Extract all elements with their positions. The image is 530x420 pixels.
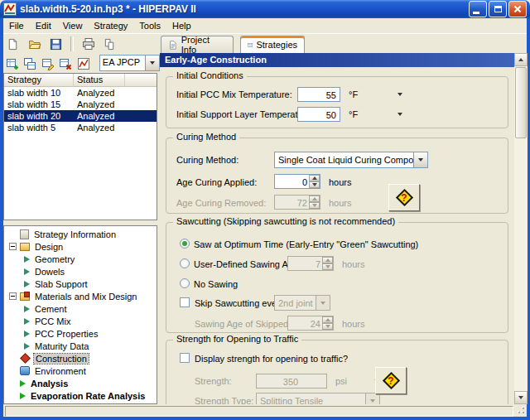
question-mark-icon: ? [401,193,407,203]
add-strategy-button[interactable] [3,55,22,73]
design-icon [20,243,30,251]
skipped-age-value: 24 [288,316,322,330]
main-toolbar: Project Info Strategies [3,33,527,54]
tree-item-strategy-information[interactable]: Strategy Information [4,228,157,240]
skip-sawcutting-checkbox[interactable] [180,297,190,307]
menu-help[interactable]: Help [166,19,197,32]
saw-optimum-label[interactable]: Saw at Optimum Time (Early-Entry "Green"… [194,239,418,249]
display-strength-label[interactable]: Display strength for opening to traffic? [195,354,348,364]
strategy-status: Analyzed [74,87,157,99]
user-defined-unit: hours [342,259,365,269]
save-project-button[interactable] [46,35,65,53]
menu-strategy[interactable]: Strategy [88,19,133,32]
user-defined-radio[interactable] [180,258,190,268]
pcc-temp-unit-dropdown[interactable] [395,89,405,99]
new-project-button[interactable] [3,35,22,53]
combo-dropdown-button [365,393,379,404]
open-project-button[interactable] [25,35,44,53]
tab-strategies[interactable]: Strategies [240,36,305,53]
age-removed-spinner: 72 [274,195,320,210]
tree-item-analysis[interactable]: Analysis [4,377,157,389]
chevron-down-icon [398,93,402,96]
strategy-status: Analyzed [74,122,157,133]
environment-icon [20,366,30,375]
tree-item-dowels[interactable]: Dowels [4,265,157,278]
column-header-strategy[interactable]: Strategy [4,74,74,87]
combo-dropdown-button[interactable] [413,152,427,167]
collapse-expander-icon[interactable] [9,243,17,250]
tree-item-label: Analysis [29,379,70,389]
display-strength-checkbox[interactable] [180,353,190,363]
strategy-type-combo[interactable]: EA JPCP [99,55,160,71]
analysis-chart-icon [77,57,90,70]
tree-item-evaporation-rate[interactable]: Evaporation Rate Analysis [4,389,157,402]
spin-down-button[interactable] [309,181,320,188]
tree-item-materials[interactable]: Materials and Mix Design [4,290,157,302]
tree-item-cement[interactable]: Cement [4,302,157,315]
title-bar: slab.width.5-20.in.hp3 * - HIPERPAV II [0,0,530,18]
no-sawing-radio[interactable] [180,278,190,288]
pcc-temp-input[interactable]: 55 [297,87,340,102]
scrollbar-thumb[interactable] [515,67,527,138]
scroll-up-button[interactable] [514,53,528,66]
strategy-status: Analyzed [74,110,157,122]
group-title: Curing Method [173,132,239,142]
saw-optimum-radio[interactable] [180,239,190,249]
run-analysis-button[interactable] [75,55,93,73]
tree-item-pcc-mix[interactable]: PCC Mix [4,315,157,327]
menu-edit[interactable]: Edit [30,19,57,32]
delete-strategy-button[interactable] [57,55,75,73]
minimize-button[interactable] [469,1,487,17]
menu-tools[interactable]: Tools [133,19,166,32]
spin-down-button [322,263,333,270]
tree-item-pcc-properties[interactable]: PCC Properties [4,327,157,340]
curing-help-button[interactable]: ? [388,184,420,211]
scroll-down-button[interactable] [514,391,528,404]
chevron-down-icon [325,265,330,268]
tree-item-maturity-data[interactable]: Maturity Data [4,340,157,352]
copy-strategy-button[interactable] [22,55,40,73]
age-applied-spinner[interactable]: 0 [274,174,320,189]
maturity-data-icon [24,343,30,350]
tree-item-construction[interactable]: Construction [4,352,157,364]
age-applied-unit: hours [329,177,352,187]
cement-icon [24,306,30,312]
spin-up-button[interactable] [309,175,320,181]
add-strategy-icon [6,57,19,70]
strategy-row[interactable]: slab width 15 Analyzed [4,99,157,110]
tree-item-design[interactable]: Design [4,240,157,253]
copy-icon [104,38,116,51]
strategies-icon [248,40,253,51]
support-temp-input[interactable]: 50 [297,107,340,122]
status-panel [5,406,513,417]
tab-project-info[interactable]: Project Info [161,36,234,53]
menu-file[interactable]: File [3,19,30,32]
close-button[interactable] [508,1,527,17]
strategy-type-value: EA JPCP [100,56,145,70]
tree-item-environment[interactable]: Environment [4,364,157,377]
tree-item-slab-support[interactable]: Slab Support [4,278,157,290]
curing-method-combo[interactable]: Single Coat Liquid Curing Compound [274,152,428,168]
strategy-row[interactable]: slab width 5 Analyzed [4,122,157,133]
tab-label: Strategies [256,40,297,50]
vertical-scrollbar[interactable] [514,53,528,404]
strategy-row-selected[interactable]: slab width 20 Analyzed [4,110,157,122]
collapse-expander-icon[interactable] [9,292,17,300]
maximize-button[interactable] [489,1,507,17]
skipped-age-unit: hours [342,319,365,329]
print-button[interactable] [79,35,98,53]
tree-item-geometry[interactable]: Geometry [4,253,157,265]
column-header-status[interactable]: Status [74,74,125,87]
strength-help-button[interactable]: ? [375,367,407,394]
strategy-row[interactable]: slab width 10 Analyzed [4,87,157,99]
support-temp-unit-dropdown[interactable] [395,109,405,119]
no-sawing-label[interactable]: No Sawing [194,279,238,289]
menu-view[interactable]: View [57,19,89,32]
edit-strategy-button[interactable] [39,55,57,73]
chevron-down-icon [398,113,402,116]
user-defined-label[interactable]: User-Defined Sawing Age [194,259,298,269]
evaporation-rate-icon [20,393,26,399]
combo-dropdown-button[interactable] [145,56,159,70]
skip-sawcutting-label[interactable]: Skip Sawcutting every: [195,298,287,308]
copy-button[interactable] [100,35,119,53]
